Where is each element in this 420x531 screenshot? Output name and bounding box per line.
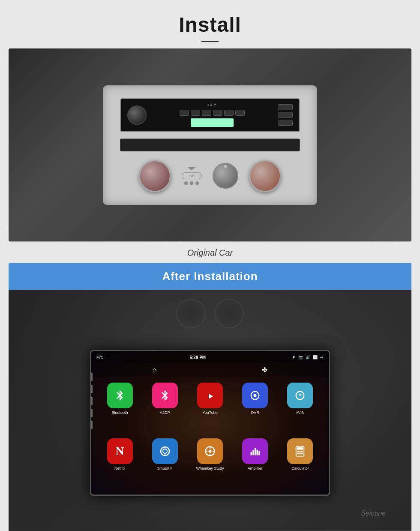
svg-point-24 xyxy=(297,453,299,455)
svg-point-9 xyxy=(208,450,211,453)
bluetooth-nav-icon[interactable]: ✤ xyxy=(262,366,267,374)
avin-label: AVIN xyxy=(296,410,304,415)
wheelkey-label: Wheelkey Study xyxy=(196,466,224,471)
after-installation-banner: After Installation xyxy=(9,263,411,290)
svg-rect-20 xyxy=(297,447,303,450)
youtube-app-icon[interactable] xyxy=(197,383,223,408)
siriusxm-label: SiriusXM xyxy=(157,466,173,471)
amplifier-app-icon[interactable] xyxy=(242,438,268,464)
a2dp-label: A2DP xyxy=(160,410,170,415)
dashboard-sim: JAC xyxy=(29,63,391,227)
after-install-image: M/C 5:28 PM ▼ 📷 🔊 ⬜ ↩ ⌂ ✤ xyxy=(9,290,411,530)
dvr-app-icon[interactable] xyxy=(242,383,268,408)
app-bluetooth[interactable]: Bluetooth xyxy=(100,383,140,433)
calculator-label: Calculator xyxy=(291,466,309,471)
svg-point-5 xyxy=(163,449,167,453)
svg-point-3 xyxy=(254,394,257,397)
app-amplifier[interactable]: Amplifier xyxy=(235,438,275,489)
back-icon: ↩ xyxy=(320,355,324,359)
title-underline xyxy=(201,41,219,42)
dvr-label: DVR xyxy=(251,410,259,415)
app-youtube[interactable]: YouTube xyxy=(190,383,230,433)
a2dp-app-icon[interactable] xyxy=(152,383,178,408)
home-icon[interactable]: ⌂ xyxy=(153,366,157,374)
original-car-label: Original Car xyxy=(9,241,411,263)
svg-rect-17 xyxy=(257,450,258,455)
page-title: Install xyxy=(0,13,420,36)
app-wheelkey[interactable]: Wheelkey Study xyxy=(190,438,230,489)
status-left-text: M/C xyxy=(96,355,104,359)
app-calculator[interactable]: Calculator xyxy=(280,438,320,489)
svg-point-25 xyxy=(300,453,301,455)
app-a2dp[interactable]: A2DP xyxy=(145,383,185,433)
status-time: 5:28 PM xyxy=(189,355,206,360)
app-siriusxm[interactable]: SiriusXM xyxy=(145,438,185,489)
youtube-label: YouTube xyxy=(202,410,217,415)
amplifier-label: Amplifier xyxy=(248,466,263,471)
side-buttons xyxy=(90,373,93,429)
wifi-icon: ▼ xyxy=(292,355,296,359)
avin-app-icon[interactable] xyxy=(287,383,313,408)
content-area: JAC xyxy=(0,48,420,531)
bluetooth-label: Bluetooth xyxy=(112,410,128,415)
page-header: Install xyxy=(0,0,420,48)
svg-rect-15 xyxy=(252,450,254,455)
app-dvr[interactable]: DVR xyxy=(235,383,275,433)
bluetooth-app-icon[interactable] xyxy=(107,383,133,408)
status-right: ▼ 📷 🔊 ⬜ ↩ xyxy=(292,355,324,359)
status-bar: M/C 5:28 PM ▼ 📷 🔊 ⬜ ↩ xyxy=(91,351,329,363)
svg-point-26 xyxy=(301,453,303,455)
android-screen: M/C 5:28 PM ▼ 📷 🔊 ⬜ ↩ ⌂ ✤ xyxy=(91,351,329,495)
head-unit: M/C 5:28 PM ▼ 📷 🔊 ⬜ ↩ ⌂ ✤ xyxy=(90,350,330,496)
app-grid: Bluetooth A2DP xyxy=(91,377,329,495)
netflix-label: Netflix xyxy=(114,466,125,471)
watermark: Seicane xyxy=(361,510,386,517)
camera-icon: 📷 xyxy=(298,355,303,359)
wheelkey-app-icon[interactable] xyxy=(197,438,223,464)
svg-rect-18 xyxy=(258,451,260,455)
svg-point-22 xyxy=(300,451,301,453)
screen-icon: ⬜ xyxy=(313,355,318,359)
calculator-app-icon[interactable] xyxy=(287,438,313,464)
netflix-app-icon[interactable]: N xyxy=(107,438,133,464)
app-avin[interactable]: AVIN xyxy=(280,383,320,433)
volume-icon: 🔊 xyxy=(306,355,310,359)
siriusxm-app-icon[interactable] xyxy=(152,438,178,464)
svg-rect-16 xyxy=(255,448,256,455)
app-netflix[interactable]: N Netflix xyxy=(100,438,140,489)
svg-point-23 xyxy=(301,451,303,453)
after-banner-text: After Installation xyxy=(162,270,258,283)
svg-rect-14 xyxy=(251,452,252,455)
svg-point-21 xyxy=(297,451,299,453)
original-car-image: JAC xyxy=(9,48,411,241)
nav-bar: ⌂ ✤ xyxy=(91,363,329,377)
